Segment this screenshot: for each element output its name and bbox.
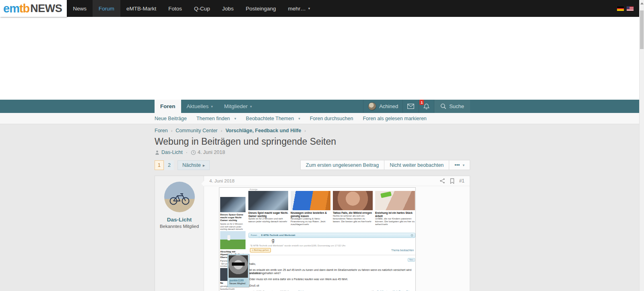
- ad-card-2-desc: Neuwagen Leasing & Vario-Finanzierung zu…: [291, 217, 330, 226]
- screenshot-goto-post-button: n Beitrag gehen: [250, 248, 271, 252]
- breadcrumb-community-center[interactable]: Community Center: [175, 128, 217, 133]
- tab-foren[interactable]: Foren: [155, 100, 181, 113]
- topnav-item-posteingang[interactable]: Posteingang: [239, 0, 282, 17]
- inbox-button[interactable]: [402, 100, 419, 113]
- topnav-item-mehr[interactable]: mehr…: [282, 0, 316, 17]
- pagination-page-1[interactable]: 1: [155, 160, 164, 170]
- topnav-item-fotos[interactable]: Fotos: [162, 0, 188, 17]
- thread-title: Webung in Beiträgen und springende Seite…: [155, 136, 470, 147]
- unwatch-button[interactable]: Nicht weiter beobachten: [384, 160, 449, 170]
- scroll-up-arrow-icon[interactable]: [640, 2, 644, 4]
- screenshot-ad-row: Dieses Spiel macht sogar Nicht-Gamer süc…: [248, 191, 415, 226]
- chevron-right-icon: [304, 128, 306, 133]
- chevron-down-icon: [250, 105, 252, 109]
- tab-aktuelles-label: Aktuelles: [187, 103, 209, 109]
- alert-count-badge: 1: [419, 100, 424, 105]
- account-menu[interactable]: Achined: [363, 100, 402, 113]
- post-1: Das-Licht Bekanntes Mitglied 4. Juni 201…: [155, 176, 470, 291]
- topnav-item-news[interactable]: News: [67, 0, 93, 17]
- chevron-right-icon: [259, 232, 260, 239]
- screenshot-watch-thread-link: Thema beobachten: [391, 249, 414, 252]
- topnav-item-jobs[interactable]: Jobs: [216, 0, 240, 17]
- post-author-title: Bekanntes Mitglied: [155, 224, 204, 229]
- chevron-down-icon: [211, 105, 213, 109]
- site-logo[interactable]: emtbNEWS: [0, 0, 67, 17]
- page-scrollbar[interactable]: [639, 0, 644, 291]
- jump-icon: [411, 234, 413, 236]
- main-content: Foren Community Center Vorschläge, Feedb…: [155, 124, 470, 291]
- divider: [248, 255, 415, 255]
- subnav-gelesen-markieren[interactable]: Foren als gelesen markieren: [363, 116, 426, 121]
- ad-image-jets-small: [220, 197, 246, 212]
- ad-image-tattoo: [333, 191, 373, 210]
- breadcrumb-current-forum[interactable]: Vorschläge, Feedback und Hilfe: [225, 128, 301, 133]
- german-flag-icon[interactable]: [617, 6, 624, 11]
- alerts-button[interactable]: 1: [419, 100, 434, 113]
- ad-image-child: [375, 191, 415, 210]
- screenshot-member-avatar: [229, 255, 248, 278]
- search-button[interactable]: Suche: [434, 100, 470, 113]
- subnav-neue-beitraege[interactable]: Neue Beiträge: [155, 116, 187, 121]
- ad-image-golf: [220, 231, 246, 249]
- screenshot-thread-title-fragment: g: [272, 238, 275, 243]
- subnav-themen-finden[interactable]: Themen finden: [196, 116, 236, 121]
- chevron-down-icon: [234, 117, 236, 121]
- subnav-beobachtete-themen-label: Beobachtete Themen: [246, 116, 294, 121]
- share-icon[interactable]: [440, 178, 445, 184]
- ad-image-jets: [248, 191, 288, 210]
- tab-mitglieder-label: Mitglieder: [224, 103, 248, 109]
- scrollbar-thumb[interactable]: [640, 10, 644, 49]
- ad-card-2: Neuwagen online bestellen & günstig leas…: [291, 191, 330, 226]
- more-options-button[interactable]: •••: [449, 160, 470, 170]
- subnav-themen-finden-label: Themen finden: [196, 116, 230, 121]
- breadcrumb: Foren Community Center Vorschläge, Feedb…: [155, 124, 470, 133]
- chevron-down-icon: [462, 163, 464, 167]
- first-unread-button[interactable]: Zum ersten ungelesenen Beitrag: [300, 160, 384, 170]
- more-dots-icon: •••: [454, 162, 460, 168]
- pagination-page-2[interactable]: 2: [165, 160, 174, 170]
- sidebar-ad1-title: Dieses Space-Game macht sogar Nicht-Game…: [220, 213, 246, 222]
- topnav-item-forum[interactable]: Forum: [93, 0, 120, 17]
- tab-aktuelles[interactable]: Aktuelles: [181, 100, 219, 113]
- topnav-item-emtb-markt[interactable]: eMTB-Markt: [120, 0, 162, 17]
- post-author-panel: Das-Licht Bekanntes Mitglied: [155, 176, 204, 291]
- post-date[interactable]: 4. Juni 2018: [209, 178, 235, 183]
- topnav-item-q-cup[interactable]: Q-Cup: [188, 0, 216, 17]
- meta-separator: ·: [186, 150, 188, 155]
- bell-icon: [423, 103, 429, 110]
- pagination-next-button[interactable]: Nächste: [178, 160, 210, 170]
- chevron-right-icon: [171, 128, 173, 133]
- screenshot-member-name: punkie1199: [229, 279, 247, 282]
- ad-card-1-desc: Spiele es für 2 Minuten und sieh warum j…: [248, 217, 288, 223]
- post-number-link[interactable]: #1: [459, 178, 464, 184]
- us-flag-icon[interactable]: [627, 6, 634, 11]
- forum-main-nav: Foren Aktuelles Mitglieder Achined 1 Suc…: [0, 100, 639, 113]
- screenshot-crumb-forum: E-MTB-Technik und Werkstatt: [261, 234, 295, 237]
- screenshot-member-plate: punkie1199 Neues Mitglied: [229, 278, 248, 286]
- ad-card-4-title: Erziehung ist ein hartes Stück Arbeit: [375, 211, 415, 217]
- screenshot-post-line-3: andere eingehalten wird?: [249, 272, 281, 275]
- tab-mitglieder[interactable]: Mitglieder: [219, 100, 258, 113]
- chevron-down-icon: [298, 117, 300, 121]
- screenshot-member-title: Neues Mitglied: [229, 282, 247, 285]
- post-author-avatar[interactable]: [164, 182, 195, 212]
- ad-card-3: Tattoo Fails, die Mitleid erregen Nichts…: [333, 191, 373, 223]
- subnav-foren-durchsuchen[interactable]: Foren durchsuchen: [310, 116, 353, 121]
- breadcrumb-foren[interactable]: Foren: [155, 128, 168, 133]
- bike-icon: [167, 191, 192, 206]
- topnav-item-mehr-label: mehr…: [288, 6, 305, 12]
- ad-card-2-title: Neuwagen online bestellen & günstig leas…: [291, 211, 330, 217]
- screenshot-member-card: punkie1199 Neues Mitglied: [227, 254, 249, 287]
- search-icon: [440, 103, 446, 109]
- subnav-beobachtete-themen[interactable]: Beobachtete Themen: [246, 116, 300, 121]
- attached-screenshot-image[interactable]: Dieses Space-Game macht sogar Nicht-Game…: [219, 187, 416, 291]
- chevron-down-icon: [308, 6, 310, 10]
- top-navbar: emtbNEWS News Forum eMTB-Markt Fotos Q-C…: [0, 0, 639, 17]
- bookmark-icon[interactable]: [450, 178, 455, 184]
- forum-sub-nav: Neue Beiträge Themen finden Beobachtete …: [0, 113, 639, 124]
- clock-icon: [191, 150, 196, 155]
- thread-author-link[interactable]: Das-Licht: [161, 150, 183, 155]
- thread-meta: Das-Licht · 4. Juni 2018: [155, 150, 470, 155]
- arrow-right-icon: [203, 162, 205, 168]
- post-author-name[interactable]: Das-Licht: [155, 217, 204, 223]
